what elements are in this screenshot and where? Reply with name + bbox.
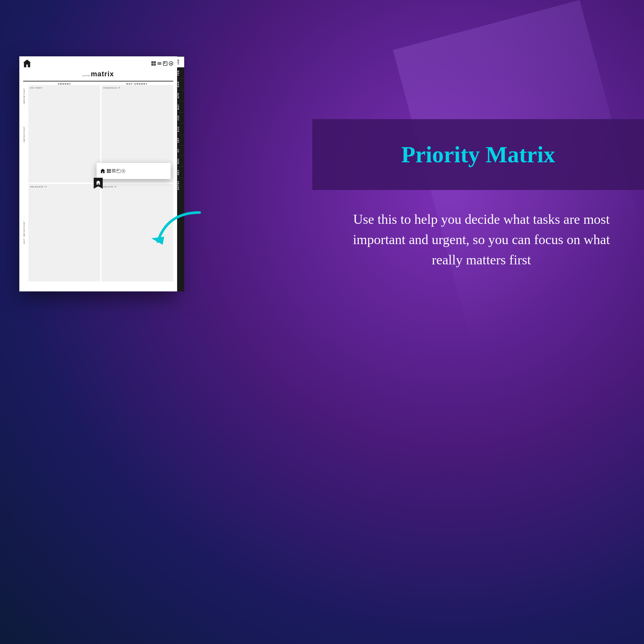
info-panel: Priority Matrix [312,119,644,190]
title-main: matrix [91,70,114,78]
tab-may[interactable]: MAY [177,101,184,112]
row-label-important: IMPORTANT [23,88,28,104]
snippet-grid-icon [107,169,111,173]
image-icon [163,61,167,66]
info-title: Priority Matrix [401,141,555,168]
tab-aug[interactable]: AUG [177,123,184,135]
list-icon [157,62,162,65]
grid-icon [151,61,156,66]
quadrant-do-first: DO FIRST [28,85,100,183]
tab-dec[interactable]: DEC [177,166,184,178]
col-header-urgent: URGENT [28,83,101,85]
side-tab-strip: JAN FEB MAR APR MAY JUN AUG SEP OC NOV D… [177,56,184,291]
snippet-image-icon [117,169,120,173]
document-title-area: prioritymatrix [23,69,173,81]
snippet-settings-icon [121,169,125,173]
snippet-icons [107,169,125,173]
quadrant-label-schedule-it: SCHEDULE IT [103,87,120,89]
snippet-list-icon [112,169,116,172]
info-description: Use this to help you decide what tasks a… [345,209,618,270]
document-title: prioritymatrix [23,70,173,78]
center-bookmark [94,178,103,189]
home-icon [23,60,31,67]
tab-jan[interactable]: JAN [177,56,184,67]
quadrant-label-delegate-it: DELEGATE IT [30,186,47,188]
quadrant-delegate-it: DELEGATE IT [28,184,100,281]
svg-marker-0 [151,237,164,245]
row-label-not-important: NOT IMPORTANT [23,183,25,281]
snippet-home-icon [100,169,105,173]
document-snippet [97,163,171,179]
bookmark-home-icon [96,181,100,185]
tab-oct[interactable]: OC [177,146,184,155]
tab-mar[interactable]: MAR [177,78,184,90]
quadrant-label-delete-it: DELETE IT [103,186,117,188]
title-prefix: priority [82,74,90,77]
tab-sep[interactable]: SEP [177,135,184,146]
col-header-not-urgent: NOT URGENT [101,83,173,85]
quadrant-label-do-first: DO FIRST [30,87,43,89]
tab-jun[interactable]: JUN [177,112,184,123]
tab-notes[interactable]: NOTES [177,178,184,193]
tab-feb[interactable]: FEB [177,67,184,78]
document-topbar [19,56,177,69]
tab-apr[interactable]: APR [177,90,184,101]
settings-icon [169,61,173,66]
column-headers: URGENT NOT URGENT [24,81,177,85]
top-right-icons [151,61,173,66]
arrow-decoration [148,203,213,256]
tab-nov[interactable]: NOV [177,155,184,166]
